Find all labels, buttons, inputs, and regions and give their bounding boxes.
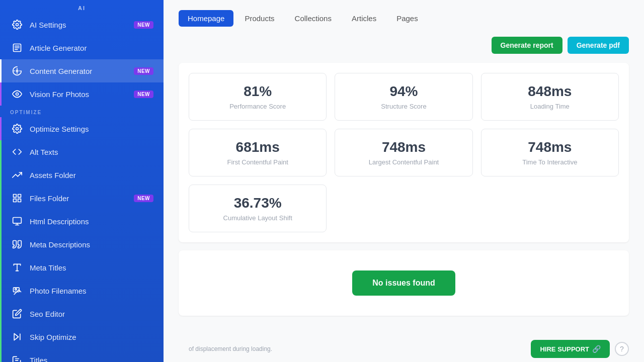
- svg-rect-10: [18, 199, 21, 202]
- no-issues-button[interactable]: No issues found: [352, 270, 455, 296]
- sidebar-item-label: Meta Titles: [30, 263, 66, 272]
- sidebar-item-article-generator[interactable]: Article Generator: [0, 36, 164, 59]
- metric-loading-time: 848ms Loading Time: [481, 73, 619, 121]
- settings-icon: [12, 19, 23, 30]
- sidebar-item-meta-titles[interactable]: Meta Titles: [0, 256, 164, 279]
- tab-pages[interactable]: Pages: [387, 10, 427, 27]
- skip-icon: [12, 331, 23, 342]
- metrics-bottom-grid: 36.73% Cumulative Layout Shift: [189, 185, 619, 232]
- sidebar-item-label: Assets Folder: [30, 171, 76, 179]
- metric-label: Structure Score: [345, 103, 462, 110]
- metric-structure-score: 94% Structure Score: [335, 73, 472, 121]
- metric-value: 748ms: [345, 139, 462, 155]
- sidebar-item-label: Content Generator: [30, 67, 92, 75]
- sidebar-item-html-descriptions[interactable]: Html Descriptions: [0, 210, 164, 233]
- titles-icon: [12, 354, 23, 362]
- tab-collections[interactable]: Collections: [286, 10, 341, 27]
- sidebar-item-label: Html Descriptions: [30, 217, 89, 226]
- metric-label: Performance Score: [199, 103, 316, 110]
- metrics-middle-grid: 681ms First Contentful Paint 748ms Large…: [189, 129, 619, 176]
- metric-cumulative-layout-shift: 36.73% Cumulative Layout Shift: [189, 185, 327, 232]
- new-badge: NEW: [134, 67, 153, 75]
- metric-label: Loading Time: [492, 103, 608, 110]
- sidebar-item-label: AI Settings: [30, 21, 66, 29]
- sidebar-item-meta-descriptions[interactable]: Meta Descriptions: [0, 233, 164, 256]
- tabs-row: Homepage Products Collections Articles P…: [179, 10, 629, 27]
- metric-value: 94%: [345, 83, 462, 100]
- metric-value: 81%: [199, 83, 316, 100]
- svg-rect-12: [13, 218, 22, 224]
- svg-rect-9: [18, 195, 21, 198]
- ai-section-label: AI: [0, 0, 164, 13]
- sidebar-item-label: Titles: [30, 356, 47, 363]
- svg-point-6: [16, 93, 19, 96]
- hire-support-label: HIRE SUPPORT: [540, 345, 589, 353]
- sidebar-item-alt-texts[interactable]: Alt Texts: [0, 140, 164, 163]
- metric-value: 848ms: [492, 83, 608, 100]
- gear-icon: [12, 123, 23, 134]
- metric-largest-contentful-paint: 748ms Largest Contentful Paint: [335, 129, 472, 176]
- metric-value: 748ms: [492, 139, 608, 155]
- article-icon: [12, 42, 23, 53]
- metric-label: Cumulative Layout Shift: [199, 214, 316, 222]
- metric-first-contentful-paint: 681ms First Contentful Paint: [189, 129, 327, 176]
- sidebar-item-vision-for-photos[interactable]: Vision For Photos NEW: [0, 82, 164, 106]
- generate-pdf-button[interactable]: Generate pdf: [568, 37, 629, 54]
- svg-point-0: [16, 24, 19, 26]
- sidebar-item-optimize-settings[interactable]: Optimize Settings: [0, 117, 164, 140]
- svg-rect-11: [14, 199, 17, 202]
- files-icon: [12, 193, 23, 204]
- metric-label: Time To Interactive: [492, 158, 608, 166]
- svg-point-5: [16, 70, 18, 71]
- metrics-top-grid: 81% Performance Score 94% Structure Scor…: [189, 73, 619, 121]
- no-issues-section: No issues found: [179, 250, 629, 316]
- sidebar-item-label: Photo Filenames: [30, 287, 87, 295]
- sidebar: AI AI Settings NEW Article Generator Con…: [0, 0, 164, 362]
- tab-articles[interactable]: Articles: [343, 10, 385, 27]
- metric-time-to-interactive: 748ms Time To Interactive: [481, 129, 619, 176]
- svg-marker-19: [14, 333, 18, 340]
- sidebar-item-label: Files Folder: [30, 194, 69, 203]
- help-button[interactable]: ?: [615, 342, 629, 356]
- generate-report-button[interactable]: Generate report: [492, 37, 562, 54]
- vision-icon: [12, 88, 23, 100]
- photo-icon: [12, 285, 23, 296]
- metric-value: 36.73%: [199, 195, 316, 211]
- new-badge: NEW: [134, 90, 153, 98]
- sidebar-item-titles[interactable]: Titles: [0, 348, 164, 362]
- sidebar-item-label: Skip Optimize: [30, 333, 76, 341]
- metric-label: Largest Contentful Paint: [345, 158, 462, 166]
- sidebar-item-ai-settings[interactable]: AI Settings NEW: [0, 13, 164, 36]
- metrics-section: 81% Performance Score 94% Structure Scor…: [179, 63, 629, 242]
- new-badge: NEW: [134, 21, 153, 29]
- content-icon: [12, 65, 23, 76]
- metric-value: 681ms: [199, 139, 316, 155]
- sidebar-item-files-folder[interactable]: Files Folder NEW: [0, 187, 164, 210]
- metric-label: First Contentful Paint: [199, 158, 316, 166]
- sidebar-item-seo-editor[interactable]: Seo Editor: [0, 302, 164, 325]
- meta-icon: [12, 239, 23, 250]
- new-badge: NEW: [134, 195, 153, 202]
- sidebar-item-label: Vision For Photos: [30, 90, 89, 99]
- svg-point-7: [16, 128, 19, 130]
- sidebar-item-assets-folder[interactable]: Assets Folder: [0, 163, 164, 187]
- edit-icon: [12, 308, 23, 319]
- sidebar-item-photo-filenames[interactable]: Photo Filenames: [0, 279, 164, 302]
- sidebar-item-content-generator[interactable]: Content Generator NEW: [0, 59, 164, 82]
- link-icon: 🔗: [592, 345, 601, 353]
- tab-homepage[interactable]: Homepage: [179, 10, 233, 27]
- svg-rect-8: [14, 195, 17, 198]
- sidebar-item-label: Seo Editor: [30, 310, 65, 318]
- sidebar-item-skip-optimize[interactable]: Skip Optimize: [0, 325, 164, 348]
- sidebar-item-label: Article Generator: [30, 44, 87, 52]
- tab-products[interactable]: Products: [235, 10, 283, 27]
- sidebar-item-label: Meta Descriptions: [30, 240, 90, 249]
- hire-support-button[interactable]: HIRE SUPPORT 🔗: [531, 340, 610, 358]
- optimize-section-label: OPTIMIZE: [0, 106, 164, 117]
- bottom-description: of displacement during loading.: [179, 342, 282, 355]
- actions-row: Generate report Generate pdf: [179, 37, 629, 54]
- main-content: Homepage Products Collections Articles P…: [164, 0, 644, 362]
- code-icon: [12, 146, 23, 157]
- svg-point-18: [15, 289, 17, 290]
- sidebar-item-label: Alt Texts: [30, 148, 58, 156]
